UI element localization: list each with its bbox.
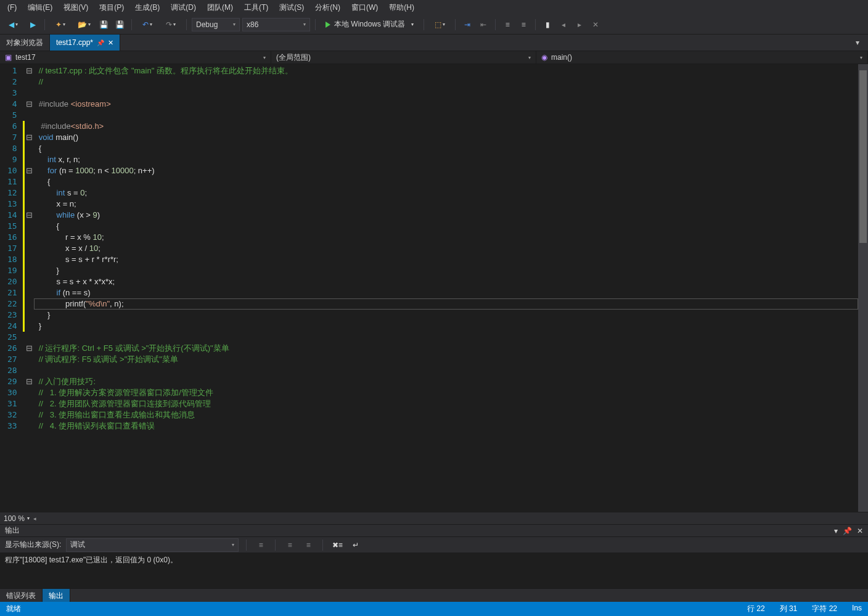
indent-left-button[interactable]: ≡ <box>501 18 514 31</box>
menu-item[interactable]: (F) <box>2 2 22 13</box>
output-btn-3: ≡ <box>301 538 315 552</box>
tabs-overflow-button[interactable]: ▾ <box>851 36 864 49</box>
status-ins: Ins <box>852 604 862 614</box>
nav-back-button[interactable]: ◀▾ <box>2 18 23 31</box>
menu-item[interactable]: 窗口(W) <box>346 1 383 14</box>
panel-close-icon[interactable]: ✕ <box>857 527 863 535</box>
step-into-button[interactable]: ⇥ <box>461 18 474 31</box>
function-icon: ◉ <box>541 53 547 62</box>
tab-error-list[interactable]: 错误列表 <box>0 589 43 602</box>
tab-active-file[interactable]: test17.cpp* 📌 ✕ <box>50 35 120 51</box>
step-over-button: ⇤ <box>477 18 490 31</box>
status-col: 列 31 <box>780 604 798 614</box>
vertical-scrollbar[interactable] <box>858 64 868 512</box>
menu-item[interactable]: 测试(S) <box>274 1 309 14</box>
save-all-button[interactable]: 💾 <box>113 18 126 31</box>
menu-item[interactable]: 项目(P) <box>94 1 129 14</box>
code-navbar: ▣ test17▾ (全局范围)▾ ◉ main()▾ <box>0 51 868 64</box>
zoom-value[interactable]: 100 % <box>4 514 25 523</box>
clear-bookmark-button: ✕ <box>589 18 602 31</box>
status-bar: 就绪 行 22 列 31 字符 22 Ins <box>0 602 868 616</box>
status-line: 行 22 <box>747 604 765 614</box>
close-icon[interactable]: ✕ <box>108 39 113 47</box>
bookmark-button[interactable]: ▮ <box>541 18 554 31</box>
status-ready: 就绪 <box>6 604 21 614</box>
nav-project[interactable]: ▣ test17▾ <box>0 51 271 64</box>
output-btn-2: ≡ <box>283 538 297 552</box>
nav-scope[interactable]: (全局范围)▾ <box>271 51 536 64</box>
play-icon <box>326 22 330 28</box>
menu-item[interactable]: 调试(D) <box>166 1 201 14</box>
panel-menu-icon[interactable]: ▾ <box>834 527 838 535</box>
tab-output[interactable]: 输出 <box>43 589 70 602</box>
line-numbers: 1234567891011121314151617181920212223242… <box>0 64 22 512</box>
project-icon: ▣ <box>5 53 12 62</box>
zoom-bar: 100 %▾ ◂ <box>0 512 868 524</box>
panel-pin-icon[interactable]: 📌 <box>843 527 852 535</box>
next-bookmark-button: ▸ <box>573 18 586 31</box>
new-item-button[interactable]: ✦▾ <box>50 18 71 31</box>
indent-right-button[interactable]: ≡ <box>517 18 530 31</box>
status-char: 字符 22 <box>812 604 837 614</box>
output-text[interactable]: 程序"[18008] test17.exe"已退出，返回值为 0 (0x0)。 <box>0 552 868 588</box>
menu-item[interactable]: 分析(N) <box>310 1 345 14</box>
pin-icon[interactable]: 📌 <box>97 39 104 46</box>
nav-forward-button[interactable]: ▶ <box>26 18 39 31</box>
save-button[interactable]: 💾 <box>97 18 110 31</box>
bottom-panel-tabs: 错误列表 输出 <box>0 588 868 602</box>
menu-item[interactable]: 视图(V) <box>59 1 93 14</box>
tool-a-button[interactable]: ⬚▾ <box>429 18 450 31</box>
config-combo[interactable]: Debug▾ <box>192 18 240 31</box>
output-source-label: 显示输出来源(S): <box>5 540 61 550</box>
undo-button[interactable]: ↶▾ <box>137 18 158 31</box>
code-editor[interactable]: 1234567891011121314151617181920212223242… <box>0 64 868 512</box>
toolbar: ◀▾ ▶ ✦▾ 📂▾ 💾 💾 ↶▾ ↷▾ Debug▾ x86▾ 本地 Wind… <box>0 15 868 35</box>
fold-column[interactable]: ⊟ ⊟ ⊟ ⊟ ⊟ ⊟ ⊟ <box>25 64 34 512</box>
output-clear-button[interactable]: ✖≡ <box>330 538 344 552</box>
code-area[interactable]: // test17.cpp : 此文件包含 "main" 函数。程序执行将在此处… <box>34 64 858 512</box>
menubar: (F)编辑(E)视图(V)项目(P)生成(B)调试(D)团队(M)工具(T)测试… <box>0 0 868 15</box>
output-btn-1: ≡ <box>254 538 268 552</box>
redo-button[interactable]: ↷▾ <box>160 18 181 31</box>
output-panel-header: 输出 ▾ 📌 ✕ <box>0 524 868 536</box>
prev-bookmark-button: ◂ <box>557 18 570 31</box>
menu-item[interactable]: 生成(B) <box>130 1 165 14</box>
menu-item[interactable]: 编辑(E) <box>23 1 57 14</box>
output-toolbar: 显示输出来源(S): 调试▾ ≡ ≡ ≡ ✖≡ ↵ <box>0 536 868 552</box>
menu-item[interactable]: 工具(T) <box>239 1 273 14</box>
output-wrap-button[interactable]: ↵ <box>349 538 362 552</box>
open-button[interactable]: 📂▾ <box>73 18 94 31</box>
output-source-combo[interactable]: 调试▾ <box>66 538 239 552</box>
output-title: 输出 <box>5 525 20 536</box>
document-tabs: 对象浏览器 test17.cpp* 📌 ✕ ▾ <box>0 35 868 51</box>
menu-item[interactable]: 团队(M) <box>202 1 238 14</box>
tab-object-browser[interactable]: 对象浏览器 <box>0 35 50 51</box>
nav-function[interactable]: ◉ main()▾ <box>536 51 868 64</box>
menu-item[interactable]: 帮助(H) <box>384 1 419 14</box>
start-debug-button[interactable]: 本地 Windows 调试器▾ <box>321 18 419 31</box>
platform-combo[interactable]: x86▾ <box>242 18 310 31</box>
horiz-scroll-left[interactable]: ◂ <box>33 515 36 522</box>
